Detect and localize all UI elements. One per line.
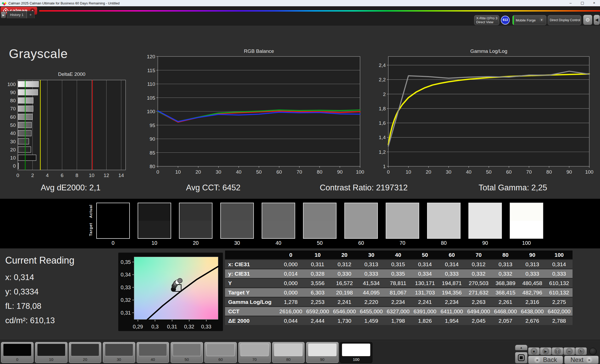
table-cell: 6592,000 — [304, 307, 331, 316]
minimize-icon[interactable]: – — [565, 0, 576, 6]
display-control-name: Direct Display Control — [550, 18, 580, 22]
table-cell: 482,796 — [519, 288, 546, 297]
svg-text:8: 8 — [75, 173, 78, 178]
scroll-up-button[interactable]: ▲ — [515, 345, 528, 350]
svg-text:40: 40 — [10, 130, 16, 136]
play-button[interactable]: ▶ — [540, 347, 552, 355]
table-cell: 2,444 — [304, 316, 331, 325]
svg-text:12: 12 — [104, 173, 109, 178]
level-button-60[interactable]: 60 — [204, 342, 237, 363]
swatch-level-label: 80 — [427, 240, 461, 246]
play-icon: ▶ — [542, 348, 549, 355]
table-cell: 6438,000 — [519, 307, 546, 316]
display-control-dropdown[interactable]: Direct Display Control ▼ — [548, 15, 581, 25]
level-button-70[interactable]: 70 — [238, 342, 271, 363]
level-button-label: 60 — [205, 357, 237, 362]
table-cell: 0,315 — [385, 260, 412, 269]
table-cell: 6411,000 — [438, 307, 465, 316]
level-chip — [206, 344, 235, 356]
maximize-icon[interactable]: ▢ — [576, 0, 588, 6]
window-title: Calman 2025 Calman Ultimate for Business… — [8, 1, 120, 5]
table-cell: 6,303 — [304, 288, 331, 297]
table-cell: 81,067 — [385, 288, 412, 297]
gear-icon: ⚙ — [585, 17, 590, 23]
svg-text:DeltaE 2000: DeltaE 2000 — [58, 71, 86, 77]
level-button-20[interactable]: 20 — [69, 342, 101, 363]
level-button-50[interactable]: 50 — [171, 342, 203, 363]
table-column-header: 10 — [304, 251, 331, 259]
level-chip — [71, 344, 99, 356]
svg-text:40: 40 — [466, 169, 472, 175]
level-button-80[interactable]: 80 — [272, 342, 305, 363]
svg-text:80: 80 — [317, 169, 322, 175]
table-cell: 0,314 — [438, 260, 465, 269]
level-chip — [240, 344, 269, 356]
table-cell: 0,314 — [546, 260, 573, 269]
bottom-toolbar: ▲ « Back Next » 0102030405060708090100■▶… — [0, 340, 600, 364]
close-icon[interactable]: × — [588, 0, 600, 6]
table-cell: 270,503 — [465, 279, 492, 287]
table-cell: 0,330 — [331, 269, 358, 278]
table-cell: 271,632 — [465, 288, 492, 297]
settings-button[interactable]: ⚙ — [583, 15, 592, 25]
triangle-up-icon: ▲ — [520, 346, 523, 349]
svg-text:0,33: 0,33 — [201, 324, 211, 329]
target-row-label: Target — [88, 223, 93, 236]
reading-x: x: 0,314 — [5, 273, 34, 282]
table-cell: 0,313 — [358, 260, 385, 269]
level-chip — [3, 344, 31, 356]
level-button-40[interactable]: 40 — [137, 342, 169, 363]
table-cell: 0,014 — [277, 269, 304, 278]
swatch-level-label: 100 — [510, 240, 543, 246]
svg-text:105: 105 — [147, 95, 155, 101]
table-cell: 0,333 — [358, 269, 385, 278]
collapse-panel-button[interactable]: ◀ — [593, 15, 600, 25]
level-button-100[interactable]: 100 — [340, 342, 372, 363]
meter-mode: Direct View — [476, 20, 497, 24]
next-button[interactable]: Next » — [564, 356, 599, 364]
back-button[interactable]: « Back — [528, 356, 563, 364]
level-button-10[interactable]: 10 — [35, 342, 68, 363]
tab-history-1[interactable]: History 1 — [7, 11, 27, 18]
swatch-level-label: 30 — [220, 240, 254, 246]
svg-text:2,4: 2,4 — [379, 62, 386, 68]
add-tab-button[interactable]: + — [27, 11, 35, 18]
level-button-90[interactable]: 90 — [306, 342, 339, 363]
svg-text:60: 60 — [10, 114, 16, 120]
table-cell: 2,241 — [331, 298, 358, 306]
level-button-30[interactable]: 30 — [103, 342, 135, 363]
swatch-level-label: 90 — [468, 240, 502, 246]
svg-text:2: 2 — [31, 173, 34, 178]
svg-text:Gamma Log/Log: Gamma Log/Log — [470, 48, 507, 54]
level-button-0[interactable]: 0 — [1, 342, 33, 363]
table-cell: 0,332 — [465, 269, 492, 278]
reading-y: y: 0,3334 — [5, 287, 39, 297]
table-cell: 6391,000 — [412, 307, 439, 316]
read-continuous-button[interactable]: ∞ — [563, 347, 575, 355]
meter-dropdown[interactable]: X-Rite i1Pro 3 Direct View ▼ — [474, 15, 499, 25]
grayscale-swatch-20 — [179, 203, 212, 239]
table-row-label: Target Y — [225, 288, 277, 297]
svg-text:95: 95 — [150, 123, 155, 128]
table-cell: 2,788 — [546, 316, 573, 325]
source-dropdown[interactable]: Mobile Forge ▼ — [512, 15, 546, 25]
stop-icon: ■ — [531, 348, 537, 355]
swatch-level-label: 60 — [344, 240, 378, 246]
history-play-button[interactable]: ▶ — [1, 12, 6, 18]
svg-text:100: 100 — [585, 169, 593, 175]
svg-text:20: 20 — [10, 147, 16, 152]
read-interval-button[interactable]: [··] — [552, 347, 563, 355]
actual-row-label: Actual — [88, 204, 93, 218]
svg-text:2,2: 2,2 — [379, 77, 386, 82]
svg-text:80: 80 — [150, 164, 155, 169]
stat-total-gamma: Total Gamma: 2,25 — [445, 183, 581, 192]
swatch-actual — [510, 203, 543, 221]
svg-text:90: 90 — [150, 136, 155, 142]
stop-large-button[interactable] — [515, 352, 528, 363]
stop-button[interactable]: ■ — [528, 347, 540, 355]
svg-text:1,8: 1,8 — [379, 106, 386, 111]
table-column-header: 90 — [519, 251, 546, 259]
svg-text:100: 100 — [147, 109, 155, 114]
refresh-button[interactable]: ↻ — [575, 347, 587, 355]
svg-text:40: 40 — [236, 169, 242, 175]
